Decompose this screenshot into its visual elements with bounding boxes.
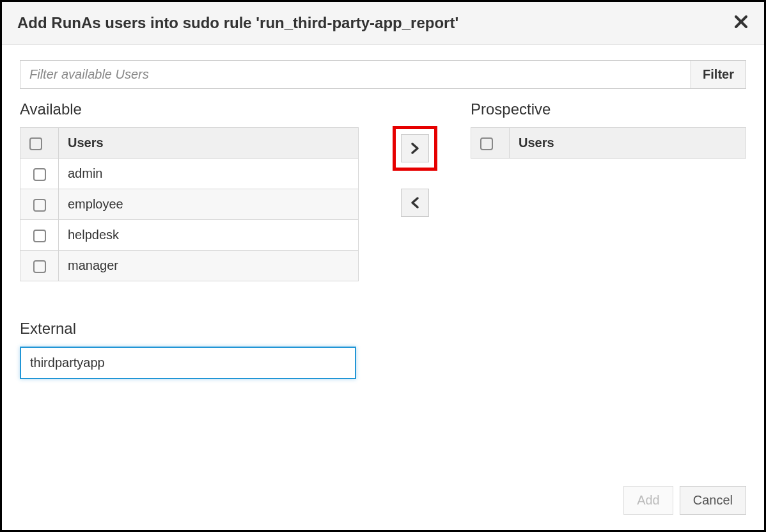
available-table: Users admin bbox=[20, 127, 359, 281]
row-checkbox[interactable] bbox=[33, 199, 46, 212]
chevron-left-icon bbox=[410, 196, 419, 209]
table-row: manager bbox=[20, 251, 359, 281]
external-section: External bbox=[20, 320, 359, 379]
add-button[interactable]: Add bbox=[623, 486, 673, 515]
dialog-header: Add RunAs users into sudo rule 'run_thir… bbox=[2, 2, 764, 45]
cancel-button[interactable]: Cancel bbox=[680, 486, 746, 515]
table-row: employee bbox=[20, 189, 359, 220]
dialog-body: Filter Available Users bbox=[2, 45, 764, 476]
chevron-right-icon bbox=[410, 142, 419, 155]
prospective-select-all-header bbox=[471, 128, 510, 159]
row-checkbox[interactable] bbox=[33, 168, 46, 181]
user-cell: admin bbox=[59, 159, 359, 189]
transfer-arrows bbox=[359, 100, 471, 379]
move-right-highlight bbox=[393, 126, 437, 171]
prospective-users-header: Users bbox=[510, 128, 746, 159]
available-users-header: Users bbox=[59, 128, 359, 159]
move-left-button[interactable] bbox=[401, 189, 429, 217]
available-select-all-header bbox=[20, 128, 59, 159]
external-title: External bbox=[20, 320, 359, 338]
add-runas-users-dialog: Add RunAs users into sudo rule 'run_thir… bbox=[0, 0, 766, 532]
row-checkbox[interactable] bbox=[33, 230, 46, 242]
move-right-button[interactable] bbox=[401, 134, 429, 162]
available-select-all-checkbox[interactable] bbox=[29, 137, 42, 150]
table-row: admin bbox=[20, 159, 359, 189]
row-checkbox-cell bbox=[20, 251, 59, 281]
row-checkbox-cell bbox=[20, 220, 59, 251]
available-column: Available Users bbox=[20, 100, 359, 379]
user-cell: employee bbox=[59, 189, 359, 220]
external-input[interactable] bbox=[20, 347, 356, 379]
row-checkbox-cell bbox=[20, 159, 59, 189]
filter-button[interactable]: Filter bbox=[691, 60, 746, 89]
user-cell: manager bbox=[59, 251, 359, 281]
user-cell: helpdesk bbox=[59, 220, 359, 251]
dialog-title: Add RunAs users into sudo rule 'run_thir… bbox=[17, 14, 458, 32]
table-row: helpdesk bbox=[20, 220, 359, 251]
row-checkbox[interactable] bbox=[33, 260, 46, 273]
prospective-table: Users bbox=[471, 127, 746, 159]
available-title: Available bbox=[20, 100, 359, 118]
close-icon[interactable] bbox=[733, 13, 749, 33]
dialog-footer: Add Cancel bbox=[2, 476, 764, 530]
prospective-column: Prospective Users bbox=[471, 100, 746, 379]
prospective-select-all-checkbox[interactable] bbox=[480, 137, 493, 150]
prospective-title: Prospective bbox=[471, 100, 746, 118]
row-checkbox-cell bbox=[20, 189, 59, 220]
dual-list-columns: Available Users bbox=[20, 100, 746, 379]
filter-row: Filter bbox=[20, 60, 746, 89]
filter-input[interactable] bbox=[20, 60, 691, 89]
